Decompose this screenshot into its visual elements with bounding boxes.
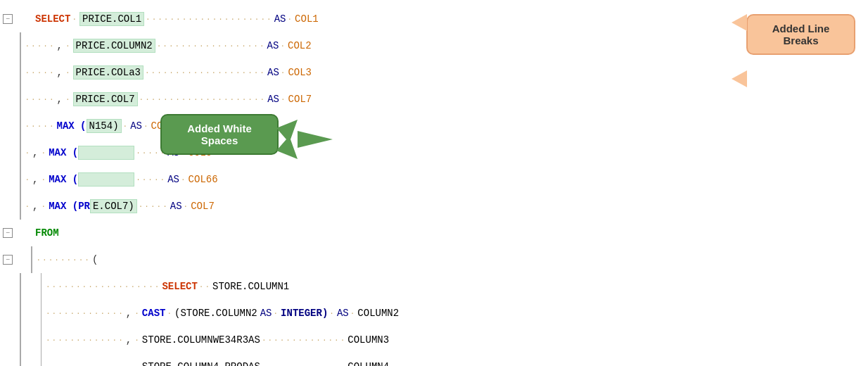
fold-icon-1[interactable]: − xyxy=(3,14,13,24)
alias-column4: COLUMN4 xyxy=(347,361,389,366)
dots: ·· xyxy=(199,282,211,291)
dots: · xyxy=(134,362,141,366)
kw-as: AS xyxy=(167,174,179,185)
col-max4-content: E.COL7) xyxy=(90,199,137,213)
col-max2-content xyxy=(78,146,134,160)
dots: · xyxy=(167,309,173,317)
dots: ····· xyxy=(25,122,56,130)
callout-linebreaks-text: Added Line Breaks xyxy=(772,23,830,46)
callout-whitespaces-text: Added White Spaces xyxy=(187,122,252,146)
dots: · xyxy=(65,68,72,77)
kw-as: AS xyxy=(267,94,279,105)
dots: ····· xyxy=(25,95,56,103)
alias-column3: COLUMN3 xyxy=(347,334,389,346)
kw-as: AS xyxy=(170,201,182,212)
dots: · xyxy=(65,95,72,103)
dots: · xyxy=(42,202,48,210)
callout-whitespaces: Added White Spaces xyxy=(160,114,279,155)
code-line-2: ····· , · PRICE.COLUMN2 ················… xyxy=(3,32,868,59)
dots: · xyxy=(72,15,78,23)
dots: ············· xyxy=(46,336,125,344)
code-line-8: · , · MAX (PR E.COL7) ····· AS · COL7 xyxy=(3,193,868,220)
dots: · xyxy=(280,42,286,50)
dots: ·············· xyxy=(262,336,346,344)
col-max1-content: N154) xyxy=(87,119,122,133)
kw-max2: MAX ( xyxy=(49,147,78,158)
code-line-col4: ············· , · STORE.COLUMN4_PRODAS ·… xyxy=(3,353,868,366)
kw-as: AS xyxy=(267,67,279,78)
dots: · xyxy=(134,336,141,344)
fold-icon-paren[interactable]: − xyxy=(3,255,13,265)
dots: ············· xyxy=(46,309,125,317)
kw-cast: CAST xyxy=(142,308,166,319)
dots: ····················· xyxy=(146,15,273,23)
dots: · xyxy=(42,175,48,184)
svg-marker-1 xyxy=(298,131,333,148)
kw-integer: INTEGER) xyxy=(281,308,328,319)
col-store-col3: STORE.COLUMNWE34R3AS xyxy=(142,334,260,346)
dots: ·················· xyxy=(157,42,266,50)
comma: , xyxy=(126,308,132,319)
dots: ·············· xyxy=(262,362,346,366)
comma: , xyxy=(57,94,63,105)
col-store-col4: STORE.COLUMN4_PRODAS xyxy=(142,361,260,366)
dots: · xyxy=(281,68,287,77)
dots: · xyxy=(350,309,357,317)
dots: · xyxy=(184,202,190,210)
kw-max1: MAX ( xyxy=(57,120,87,132)
dots: · xyxy=(123,122,129,130)
dots: ···················· xyxy=(145,68,266,77)
col-cast-content: (STORE.COLUMN2 xyxy=(174,308,257,319)
callout-linebreaks: Added Line Breaks xyxy=(746,14,855,55)
comma: , xyxy=(57,40,63,51)
arrow-linebreaks-2 xyxy=(732,70,747,87)
dots: · xyxy=(143,122,150,130)
kw-as: AS xyxy=(274,13,286,25)
dots: ····· xyxy=(136,175,166,184)
dots: · xyxy=(25,175,32,184)
comma: , xyxy=(57,67,63,78)
dots: ············· xyxy=(46,362,125,366)
dots: ····· xyxy=(25,42,56,50)
kw-as: AS xyxy=(267,40,279,51)
kw-inner-select: SELECT xyxy=(162,281,197,292)
dots: ········· xyxy=(37,255,91,264)
dots: · xyxy=(287,15,293,23)
paren-open: ( xyxy=(92,254,98,265)
keyword-select: SELECT xyxy=(35,13,70,25)
code-line-cast: ············· , · CAST · (STORE.COLUMN2 … xyxy=(3,300,868,327)
comma: , xyxy=(32,201,38,212)
dots: · xyxy=(25,149,32,157)
alias-col2: COL2 xyxy=(288,40,312,51)
dots: · xyxy=(134,309,141,317)
alias-column2: COLUMN2 xyxy=(357,308,399,319)
alias-col1: COL1 xyxy=(295,13,319,25)
alias-col7a: COL7 xyxy=(288,94,312,105)
alias-col66: COL66 xyxy=(189,174,218,185)
dots: · xyxy=(25,202,32,210)
col-price1: PRICE.COL1 xyxy=(79,12,144,26)
dots: ··················· xyxy=(46,282,160,291)
code-line-6: · , · MAX ( ····· AS · COL5 xyxy=(3,139,868,166)
comma: , xyxy=(126,334,132,346)
code-line-4: ····· , · PRICE.COL7 ···················… xyxy=(3,86,868,113)
dots: · xyxy=(274,309,280,317)
dots: · xyxy=(281,95,287,103)
col-store-col1: STORE.COLUMN1 xyxy=(212,281,289,292)
code-line-inner-select: ··················· SELECT ·· STORE.COLU… xyxy=(3,273,868,300)
kw-max3: MAX ( xyxy=(49,174,78,185)
comma: , xyxy=(126,361,132,366)
fold-icon-from[interactable]: − xyxy=(3,228,13,238)
svg-marker-0 xyxy=(276,120,298,159)
dots: · xyxy=(329,309,336,317)
dots: · xyxy=(42,149,48,157)
arrow-linebreaks-1 xyxy=(732,14,747,31)
dots: · xyxy=(181,175,187,184)
comma: , xyxy=(32,174,38,185)
alias-col3: COL3 xyxy=(288,67,312,78)
code-area: − SELECT · PRICE.COL1 ··················… xyxy=(0,0,868,366)
alias-col7b: COL7 xyxy=(191,201,215,212)
code-line-paren: − ········· ( xyxy=(3,246,868,273)
kw-max4: MAX (PR xyxy=(49,201,90,212)
kw-as-cast: AS xyxy=(260,308,272,319)
